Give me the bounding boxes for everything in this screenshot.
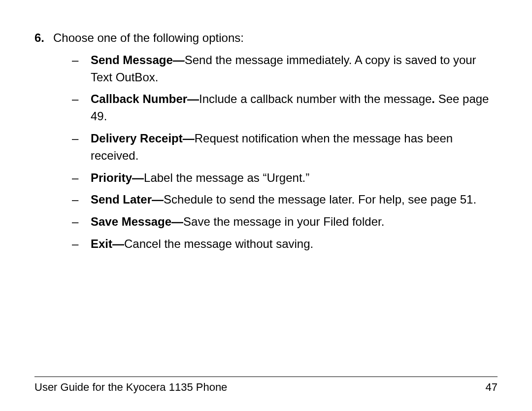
list-item: – Save Message—Save the message in your …: [72, 213, 498, 231]
dash-icon: –: [72, 170, 91, 187]
option-text: Priority—Label the message as “Urgent.”: [91, 170, 498, 187]
list-item: – Exit—Cancel the message without saving…: [72, 236, 498, 253]
option-text: Exit—Cancel the message without saving.: [91, 236, 498, 253]
page-content: 6. Choose one of the following options: …: [34, 30, 498, 253]
footer-title: User Guide for the Kyocera 1135 Phone: [34, 381, 227, 394]
list-item: – Callback Number—Include a callback num…: [72, 91, 498, 125]
option-desc: Cancel the message without saving.: [124, 237, 313, 250]
option-label: Save Message—: [91, 215, 183, 228]
dash-icon: –: [72, 91, 91, 125]
option-label: Send Later—: [91, 193, 164, 206]
option-desc: Schedule to send the message later. For …: [164, 193, 476, 206]
list-item: – Delivery Receipt—Request notification …: [72, 130, 498, 165]
dash-icon: –: [72, 52, 91, 86]
option-text: Save Message—Save the message in your Fi…: [91, 213, 498, 231]
dash-icon: –: [72, 236, 91, 253]
option-label: Exit—: [91, 237, 124, 250]
page-number: 47: [486, 381, 498, 394]
option-label: Callback Number—: [91, 92, 199, 105]
step-number: 6.: [34, 30, 53, 47]
option-text: Callback Number—Include a callback numbe…: [91, 91, 498, 125]
list-item: – Priority—Label the message as “Urgent.…: [72, 170, 498, 187]
option-label: Send Message—: [91, 53, 185, 67]
step-6: 6. Choose one of the following options:: [34, 30, 498, 47]
option-text: Send Message—Send the message immediatel…: [91, 52, 498, 86]
option-label: Priority—: [91, 171, 144, 184]
page-footer: User Guide for the Kyocera 1135 Phone 47: [34, 377, 498, 394]
list-item: – Send Later—Schedule to send the messag…: [72, 191, 498, 208]
dash-icon: –: [72, 213, 91, 231]
option-desc: Save the message in your Filed folder.: [183, 215, 384, 228]
option-punct: .: [432, 92, 438, 105]
option-desc: Include a callback number with the messa…: [199, 92, 432, 105]
option-label: Delivery Receipt—: [91, 132, 195, 145]
option-text: Send Later—Schedule to send the message …: [91, 191, 498, 208]
option-desc: Label the message as “Urgent.”: [144, 171, 309, 184]
dash-icon: –: [72, 130, 91, 165]
list-item: – Send Message—Send the message immediat…: [72, 52, 498, 86]
dash-icon: –: [72, 191, 91, 208]
option-list: – Send Message—Send the message immediat…: [72, 52, 498, 253]
step-text: Choose one of the following options:: [53, 30, 498, 47]
option-text: Delivery Receipt—Request notification wh…: [91, 130, 498, 165]
